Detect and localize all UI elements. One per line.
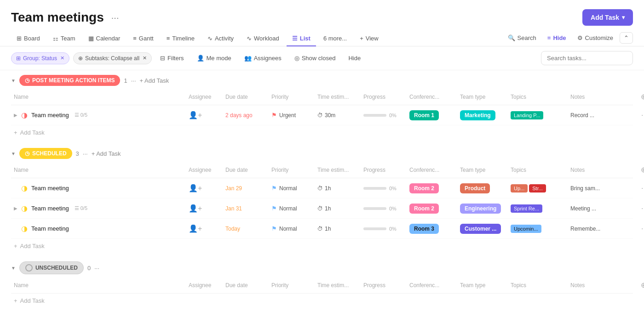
customize-btn[interactable]: ⚙ Customize	[573, 32, 618, 44]
col-topics-s: Topics	[508, 165, 568, 175]
priority-label: Urgent	[279, 112, 296, 119]
filters-btn[interactable]: ⊟ Filters	[155, 52, 188, 64]
task-time-estim: ⏱ 1h	[315, 204, 361, 214]
collapse-btn[interactable]: ⌃	[620, 32, 633, 44]
topic-badge-2: Str...	[529, 184, 546, 192]
task-row-dots[interactable]: ···	[637, 223, 644, 235]
section-post-meeting-dots[interactable]: ···	[131, 77, 136, 84]
col-add[interactable]: ⊕	[637, 91, 644, 103]
section-unscheduled-badge[interactable]: UNSCHEDULED	[19, 261, 84, 274]
hide-toolbar-btn[interactable]: Hide	[344, 52, 365, 64]
tab-workload[interactable]: ∿ Workload	[241, 31, 285, 46]
row-options-icon[interactable]: ···	[639, 184, 644, 192]
add-task-row-label: Add Task	[20, 297, 45, 304]
subtasks-remove[interactable]: ✕	[143, 55, 147, 61]
task-status-icon[interactable]: ◑	[21, 224, 28, 233]
section-scheduled-toggle[interactable]: ▼	[11, 151, 16, 156]
task-expand-icon[interactable]: ▶	[14, 113, 17, 118]
task-assignee[interactable]: 👤+	[186, 222, 223, 235]
team-type-badge: Customer ...	[460, 224, 501, 234]
tab-more[interactable]: 6 more...	[318, 31, 352, 46]
section-unscheduled-dots[interactable]: ···	[94, 265, 99, 272]
assignees-btn[interactable]: 👥 Assignees	[240, 52, 286, 64]
row-options-icon[interactable]: ···	[639, 225, 644, 232]
section-post-meeting-toggle[interactable]: ▼	[11, 78, 16, 83]
task-due-date: Jan 29	[223, 183, 269, 193]
task-due-date: Jan 31	[223, 204, 269, 214]
section-unscheduled-toggle[interactable]: ▼	[11, 266, 16, 271]
group-status-remove[interactable]: ✕	[60, 55, 64, 61]
subtasks-chip[interactable]: ⊕ Subtasks: Collapse all ✕	[73, 52, 152, 64]
table-row: ▶ ◑ Team meeting 👤+ Jan 29 ⚑ Normal ⏱	[11, 178, 633, 198]
assignee-add-icon[interactable]: 👤+	[189, 225, 202, 232]
task-row-dots[interactable]: ···	[637, 182, 644, 194]
add-task-row-post-meeting[interactable]: + Add Task	[11, 125, 633, 140]
tab-gantt[interactable]: ≡ Gantt	[127, 31, 159, 46]
add-task-row-label: Add Task	[20, 129, 45, 136]
tab-add-view[interactable]: + View	[354, 31, 384, 46]
customize-btn-icon: ⚙	[577, 34, 583, 41]
task-name[interactable]: Team meeting	[31, 205, 69, 212]
post-meeting-badge-label: POST MEETING ACTION ITEMS	[32, 77, 115, 84]
section-scheduled-badge[interactable]: ◷ SCHEDULED	[19, 148, 72, 159]
row-options-icon[interactable]: ···	[639, 111, 644, 119]
tab-timeline[interactable]: ≡ Timeline	[161, 31, 200, 46]
task-status-icon[interactable]: ◑	[21, 204, 28, 213]
task-name-cell: ▶ ◑ Team meeting	[11, 181, 186, 195]
task-status-icon[interactable]: ◑	[21, 184, 28, 192]
assignee-add-icon[interactable]: 👤+	[189, 111, 202, 119]
section-scheduled-add[interactable]: + Add Task	[92, 150, 121, 157]
add-task-row-label: Add Task	[20, 243, 45, 249]
task-status-icon[interactable]: ◑	[21, 111, 28, 119]
priority-flag-icon: ⚑	[271, 225, 277, 232]
unscheduled-icon	[25, 264, 33, 272]
tab-list[interactable]: ☰ List	[287, 31, 316, 46]
task-row-dots[interactable]: ···	[637, 203, 644, 215]
section-post-meeting-add[interactable]: + Add Task	[140, 77, 169, 84]
hide-btn[interactable]: ≡ Hide	[543, 32, 571, 44]
section-post-meeting-badge[interactable]: ◷ POST MEETING ACTION ITEMS	[19, 75, 121, 86]
col-due-date: Due date	[223, 92, 269, 102]
assignee-add-icon[interactable]: 👤+	[189, 204, 202, 212]
show-closed-btn[interactable]: ◎ Show closed	[290, 52, 340, 64]
tab-team[interactable]: ⚏ Team	[47, 31, 81, 46]
task-assignee[interactable]: 👤+	[186, 202, 223, 215]
section-scheduled-dots[interactable]: ···	[83, 150, 88, 157]
task-name[interactable]: Team meeting	[31, 112, 69, 119]
row-options-icon[interactable]: ···	[639, 204, 644, 212]
page-title-dots-btn[interactable]: ···	[111, 12, 119, 23]
task-row-dots[interactable]: ···	[637, 109, 644, 121]
task-priority: ⚑ Normal	[269, 183, 315, 193]
me-mode-btn[interactable]: 👤 Me mode	[192, 52, 236, 64]
add-task-button[interactable]: Add Task ▾	[582, 9, 633, 26]
task-progress: 0%	[361, 184, 407, 193]
add-task-row-unscheduled[interactable]: + Add Task	[11, 294, 633, 308]
tab-calendar[interactable]: ▦ Calendar	[83, 31, 126, 46]
search-btn[interactable]: 🔍 Search	[503, 32, 541, 44]
search-input[interactable]	[541, 51, 633, 65]
conference-badge: Room 1	[409, 110, 439, 120]
tab-activity[interactable]: ∿ Activity	[202, 31, 239, 46]
task-name[interactable]: Team meeting	[31, 185, 69, 192]
col-add-u[interactable]: ⊕	[637, 279, 644, 291]
hide-btn-label: Hide	[553, 34, 566, 41]
time-icon: ⏱	[317, 226, 323, 232]
tab-board[interactable]: ⊞ Board	[11, 31, 46, 46]
add-task-row-scheduled[interactable]: + Add Task	[11, 239, 633, 253]
task-subtask-count: ☰ 0/5	[75, 205, 87, 211]
task-expand-icon[interactable]: ▶	[14, 206, 17, 211]
task-due-date: Today	[223, 224, 269, 234]
topic-badge: Upcomin...	[511, 225, 541, 233]
task-name[interactable]: Team meeting	[31, 225, 69, 232]
priority-label: Normal	[279, 205, 297, 212]
group-status-chip[interactable]: ⊞ Group: Status ✕	[11, 52, 69, 64]
time-value: 1h	[325, 185, 331, 192]
task-conference: Room 1	[407, 110, 457, 120]
col-add-s[interactable]: ⊕	[637, 164, 644, 176]
assignee-add-icon[interactable]: 👤+	[189, 184, 202, 192]
task-assignee[interactable]: 👤+	[186, 109, 223, 121]
task-assignee[interactable]: 👤+	[186, 182, 223, 194]
hide-btn-icon: ≡	[547, 34, 551, 41]
col-progress-s: Progress	[361, 165, 407, 175]
progress-bar	[363, 207, 386, 210]
